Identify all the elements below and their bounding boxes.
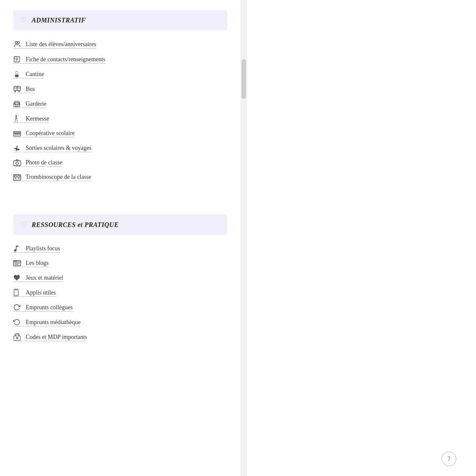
- playlists-icon: [13, 245, 24, 252]
- bus-icon: [13, 85, 24, 93]
- svg-point-6: [14, 91, 16, 92]
- list-item: Emprunts collègues: [13, 300, 227, 315]
- svg-point-29: [14, 261, 15, 262]
- cooperative-link[interactable]: Coopérative scolaire: [13, 130, 74, 137]
- list-item: Cantine: [13, 67, 227, 82]
- heart-icon-administratif: ♡: [20, 16, 27, 24]
- blogs-icon: [13, 260, 24, 266]
- help-button[interactable]: ?: [442, 452, 456, 466]
- eleves-label: Liste des élèves/anniversaires: [26, 41, 96, 48]
- list-item: Photo de classe: [13, 156, 227, 170]
- applis-icon: [13, 289, 24, 296]
- trombinoscope-label: Trombinoscope de la classe: [26, 174, 91, 181]
- jeux-icon: [13, 274, 24, 281]
- menu-list-ressources: Playlists focus: [13, 241, 227, 345]
- scrollbar-track[interactable]: [240, 0, 247, 476]
- jeux-link[interactable]: Jeux et matériel: [13, 274, 63, 282]
- section-gap: [13, 198, 227, 214]
- blogs-link[interactable]: Les blogs: [13, 260, 49, 267]
- svg-point-21: [16, 162, 18, 165]
- list-item: Emprunts médiathèque: [13, 315, 227, 330]
- svg-point-30: [15, 261, 16, 262]
- photo-link[interactable]: Photo de classe: [13, 159, 62, 167]
- jeux-label: Jeux et matériel: [26, 274, 63, 281]
- kermesse-label: Kermesse: [26, 115, 49, 122]
- svg-point-14: [15, 115, 17, 117]
- codes-link[interactable]: Codes et MDP importants: [13, 333, 87, 341]
- svg-point-7: [18, 91, 20, 92]
- students-icon: [13, 40, 24, 48]
- kermesse-link[interactable]: Kermesse: [13, 115, 49, 123]
- trombinoscope-link[interactable]: Trombinoscope de la classe: [13, 174, 91, 181]
- garderie-label: Garderie: [26, 100, 46, 107]
- list-item: Sorties scolaires & voyages: [13, 141, 227, 156]
- section-header-ressources: ♡ RESSOURCES et PRATIQUE: [13, 214, 227, 235]
- photo-label: Photo de classe: [26, 159, 62, 166]
- list-item: Les blogs: [13, 256, 227, 271]
- section-title-ressources: RESSOURCES et PRATIQUE: [32, 221, 119, 229]
- contacts-icon: [13, 56, 24, 63]
- garderie-link[interactable]: Garderie: [13, 100, 46, 108]
- svg-point-1: [17, 42, 19, 43]
- playlists-label: Playlists focus: [26, 245, 60, 252]
- svg-rect-23: [14, 176, 16, 177]
- svg-rect-12: [14, 103, 16, 105]
- playlists-link[interactable]: Playlists focus: [13, 245, 60, 253]
- svg-rect-13: [18, 103, 19, 105]
- cantine-label: Cantine: [26, 71, 44, 78]
- emprunts-collegues-link[interactable]: Emprunts collègues: [13, 304, 72, 312]
- contacts-label: Fiche de contacts/renseignements: [26, 56, 105, 63]
- sorties-icon: [13, 144, 24, 152]
- list-item: Jeux et matériel: [13, 271, 227, 286]
- codes-label: Codes et MDP importants: [26, 334, 87, 341]
- list-item: Garderie: [13, 97, 227, 112]
- cantine-link[interactable]: Cantine: [13, 70, 44, 78]
- list-item: Bus: [13, 82, 227, 97]
- bus-link[interactable]: Bus: [13, 85, 35, 93]
- list-item: Coopérative scolaire: [13, 126, 227, 141]
- emprunts-mediatheque-label: Emprunts médiathèque: [26, 319, 80, 326]
- sorties-link[interactable]: Sorties scolaires & voyages: [13, 144, 91, 152]
- list-item: Applis utiles: [13, 286, 227, 300]
- help-label: ?: [448, 456, 450, 462]
- svg-point-31: [16, 261, 17, 262]
- list-item: Trombinoscope de la classe: [13, 170, 227, 185]
- scrollbar-thumb[interactable]: [241, 59, 246, 99]
- svg-point-16: [14, 133, 16, 134]
- bus-label: Bus: [26, 86, 35, 93]
- svg-rect-24: [18, 176, 20, 177]
- section-administratif: ♡ ADMINISTRATIF Liste des élèves/annive: [13, 10, 227, 185]
- cooperative-label: Coopérative scolaire: [26, 130, 74, 137]
- menu-list-administratif: Liste des élèves/anniversaires Fiche de …: [13, 37, 227, 185]
- svg-point-18: [18, 133, 20, 134]
- eleves-link[interactable]: Liste des élèves/anniversaires: [13, 40, 96, 49]
- trombinoscope-icon: [13, 174, 24, 181]
- cantine-icon: [13, 70, 24, 78]
- codes-icon: [13, 333, 24, 341]
- contacts-link[interactable]: Fiche de contacts/renseignements: [13, 56, 105, 64]
- blogs-label: Les blogs: [26, 260, 49, 266]
- applis-link[interactable]: Applis utiles: [13, 289, 56, 297]
- emprunts-collegues-icon: [13, 304, 24, 311]
- garderie-icon: [13, 100, 24, 107]
- section-ressources: ♡ RESSOURCES et PRATIQUE Playlists focus: [13, 214, 227, 345]
- section-title-administratif: ADMINISTRATIF: [32, 16, 86, 24]
- section-header-administratif: ♡ ADMINISTRATIF: [13, 10, 227, 30]
- svg-point-17: [16, 133, 18, 134]
- heart-icon-ressources: ♡: [20, 220, 27, 229]
- content-area: ♡ ADMINISTRATIF Liste des élèves/annive: [0, 0, 240, 476]
- cooperative-icon: [13, 130, 24, 137]
- right-area: [247, 0, 476, 476]
- emprunts-mediatheque-link[interactable]: Emprunts médiathèque: [13, 319, 80, 326]
- emprunts-mediatheque-icon: [13, 319, 24, 326]
- photo-icon: [13, 159, 24, 166]
- svg-rect-11: [16, 104, 18, 107]
- applis-label: Applis utiles: [26, 289, 56, 296]
- svg-point-0: [15, 42, 17, 43]
- list-item: Fiche de contacts/renseignements: [13, 52, 227, 67]
- sorties-label: Sorties scolaires & voyages: [26, 145, 91, 152]
- list-item: Playlists focus: [13, 241, 227, 256]
- emprunts-collegues-label: Emprunts collègues: [26, 304, 72, 311]
- list-item: Liste des élèves/anniversaires: [13, 37, 227, 52]
- svg-point-37: [17, 338, 18, 339]
